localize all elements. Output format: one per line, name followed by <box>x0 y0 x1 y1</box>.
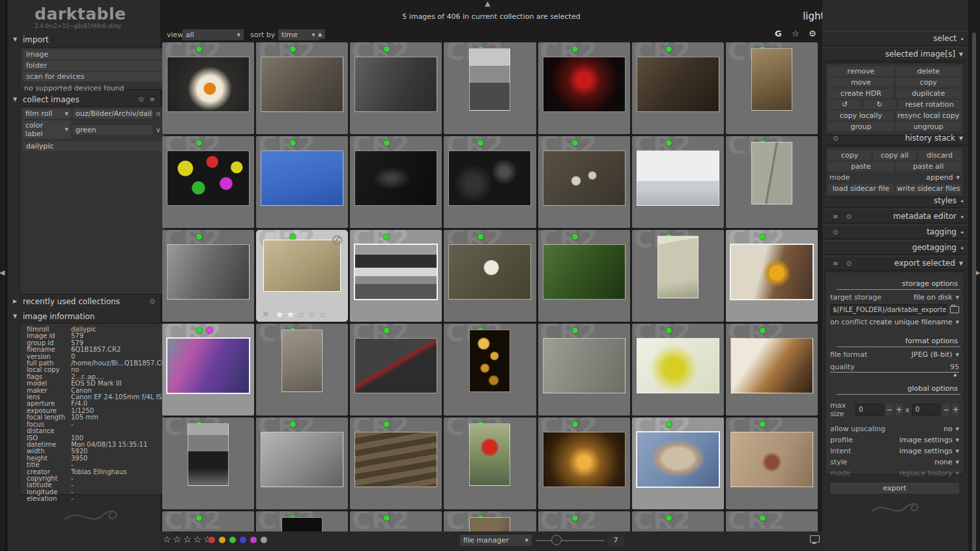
grid-cell-rabbit-figurine[interactable]: CR2 <box>256 42 348 134</box>
remove-button[interactable]: remove <box>828 66 894 76</box>
copy-button[interactable]: copy <box>896 78 962 87</box>
target-storage-dropdown[interactable]: file on disk ▼ <box>914 293 959 302</box>
presets-icon[interactable]: ≡ <box>150 96 155 103</box>
grid-cell-unloaded-7[interactable]: CR2 <box>726 511 818 531</box>
star-empty-icon[interactable]: ☆ <box>183 534 194 544</box>
ungroup-button[interactable]: ungroup <box>896 122 962 132</box>
copy-button[interactable]: copy <box>828 150 871 160</box>
color-label-dot[interactable] <box>209 537 215 543</box>
sort-dropdown[interactable]: time ▼ <box>278 29 319 40</box>
star-empty-icon[interactable]: ☆ <box>173 534 184 544</box>
star-empty-icon[interactable]: ☆ <box>296 309 307 320</box>
allow-upscaling-dropdown[interactable]: no ▼ <box>944 425 959 433</box>
grid-cell-shell-in-hands[interactable]: CR2 <box>632 417 724 509</box>
grid-cell-wooden-door[interactable]: CR2 <box>444 511 536 531</box>
intent-dropdown[interactable]: image settings ▼ <box>899 447 959 455</box>
star-empty-icon[interactable]: ☆ <box>308 309 318 320</box>
top-panel-expander-icon[interactable]: ▲ <box>485 0 490 7</box>
increment-button[interactable]: + <box>952 404 959 416</box>
reset-icon[interactable]: ⊙ <box>846 260 851 267</box>
image-information-header[interactable]: ▼ image information <box>13 311 155 322</box>
presets-icon[interactable]: ≡ <box>833 213 838 220</box>
reset-icon[interactable]: ⊙ <box>846 213 851 220</box>
grid-cell-lufthansa-emblem[interactable]: CR2 <box>256 324 348 416</box>
grid-cell-boar[interactable]: CR2 <box>632 42 724 134</box>
grid-cell-pear-figurine[interactable]: CR2 <box>632 230 724 322</box>
grid-cell-fabric-stitch[interactable]: CR2 <box>350 324 442 416</box>
color-label-dot[interactable] <box>250 537 257 543</box>
image-button[interactable]: image <box>23 49 162 59</box>
rating-stars[interactable]: ★★☆☆☆ <box>256 309 348 320</box>
grid-cell-climbing-wall[interactable]: CR2✕★★☆☆☆ <box>256 230 348 322</box>
presets-icon[interactable]: ≡ <box>833 260 838 267</box>
select-section-header[interactable]: select ◂ <box>822 31 968 46</box>
rule-field-dropdown[interactable]: color label▼ <box>23 120 71 139</box>
file-format-dropdown[interactable]: JPEG (8-bit) ▼ <box>912 350 959 359</box>
left-panel-expander-icon[interactable]: ◀ <box>0 269 5 276</box>
grid-cell-guitar-picks[interactable]: CR2 <box>162 136 254 228</box>
rating-stars-filter[interactable]: ☆☆☆☆☆ <box>163 534 214 544</box>
color-label-filters[interactable] <box>209 537 267 543</box>
load-sidecar-file-button[interactable]: load sidecar file <box>828 184 894 193</box>
overlays-toggle-icon[interactable]: ☆ <box>792 29 800 38</box>
reset-rotation-button[interactable]: reset rotation <box>898 100 961 109</box>
grid-cell-candle-jar[interactable]: CR2 <box>538 417 630 509</box>
grid-cell-church-portal[interactable]: CR2 <box>726 417 818 509</box>
grid-cell-unloaded-3[interactable]: CR2 <box>350 511 442 531</box>
grid-cell-crocus-sprouts[interactable]: CR2 <box>538 136 630 228</box>
folder-picker-icon[interactable] <box>950 306 959 313</box>
grouping-toggle-icon[interactable]: G <box>775 29 782 38</box>
on-conflict-dropdown[interactable]: create unique filename ▼ <box>869 318 959 326</box>
grid-cell-red-candle[interactable]: CR2 <box>538 42 630 134</box>
grid-cell-unloaded-6[interactable]: CR2 <box>632 511 724 531</box>
rotate-cw-button[interactable]: ↻ <box>863 100 897 109</box>
metadata-editor-header[interactable]: ≡ ⊙ metadata editor ◂ <box>822 209 968 223</box>
move-button[interactable]: move <box>828 78 894 87</box>
scan-for-devices-button[interactable]: scan for devices <box>23 72 162 81</box>
grid-cell-stone-arch-bw[interactable]: CR2 <box>256 417 348 509</box>
recent-collections-header[interactable]: ▶ recently used collections ⊙ <box>13 296 155 307</box>
grid-cell-washbasin[interactable]: CR2 <box>632 136 724 228</box>
grid-cell-dark-portrait[interactable]: CR2 <box>256 511 348 531</box>
color-label-dot[interactable] <box>219 537 225 543</box>
write-sidecar-files-button[interactable]: write sidecar files <box>896 184 962 193</box>
export-path-input[interactable]: $(FILE_FOLDER)/darktable_exported/img_ <box>830 304 947 315</box>
grid-cell-fern-leaves[interactable]: CR2 <box>538 230 630 322</box>
export-selected-header[interactable]: ≡ ⊙ export selected ▼ <box>822 256 968 270</box>
grid-cell-graffiti-wall[interactable]: CR2 <box>538 324 630 416</box>
view-filter-dropdown[interactable]: all ▼ <box>182 29 244 40</box>
folder-button[interactable]: folder <box>23 61 162 70</box>
collection-result-item[interactable]: dailypic <box>23 141 162 151</box>
grid-cell-forsythia[interactable]: CR2 <box>632 324 724 416</box>
zoom-slider-track[interactable] <box>536 540 605 541</box>
paste-all-button[interactable]: paste all <box>896 162 962 171</box>
grid-cell-orange-juice[interactable]: CR2 <box>726 230 818 322</box>
duplicate-button[interactable]: duplicate <box>896 89 962 98</box>
style-dropdown[interactable]: none ▼ <box>934 458 959 466</box>
layout-mode-dropdown[interactable]: file manager ▼ <box>460 535 532 546</box>
max-width-input[interactable]: 0 <box>856 404 884 416</box>
grid-cell-wall-crack[interactable]: CR2 <box>726 136 818 228</box>
color-label-dot[interactable] <box>240 537 246 543</box>
export-button[interactable]: export <box>830 483 959 494</box>
grid-cell-dark-bokeh[interactable]: CR2 <box>444 136 536 228</box>
selected-images-header[interactable]: selected image[s] ▼ <box>822 47 968 61</box>
reset-icon[interactable]: ⊙ <box>138 96 143 103</box>
reset-icon[interactable]: ⊙ <box>150 298 155 305</box>
max-height-input[interactable]: 0 <box>912 404 940 416</box>
color-label-dot[interactable] <box>261 537 267 543</box>
create-hdr-button[interactable]: create HDR <box>828 89 894 98</box>
grid-cell-candle-bokeh[interactable]: CR2 <box>444 324 536 416</box>
reset-icon[interactable]: ⊙ <box>833 229 838 236</box>
display-profile-icon[interactable] <box>810 535 820 543</box>
grid-cell-fried-egg[interactable]: CR2 <box>162 42 254 134</box>
grid-cell-red-tulip[interactable]: CR2 <box>444 417 536 509</box>
rule-value-input[interactable]: ouz/Bilder/Archiv/dailypic <box>73 109 152 119</box>
geotagging-section-header[interactable]: geotagging ◂ <box>822 240 968 255</box>
import-section-header[interactable]: ▼ import <box>13 34 155 45</box>
color-label-dot[interactable] <box>229 537 236 543</box>
star-empty-icon[interactable]: ☆ <box>318 309 328 320</box>
history-mode-dropdown[interactable]: append ▼ <box>926 173 960 182</box>
profile-dropdown[interactable]: image settings ▼ <box>899 436 959 444</box>
styles-section-header[interactable]: styles ◂ <box>822 193 968 208</box>
